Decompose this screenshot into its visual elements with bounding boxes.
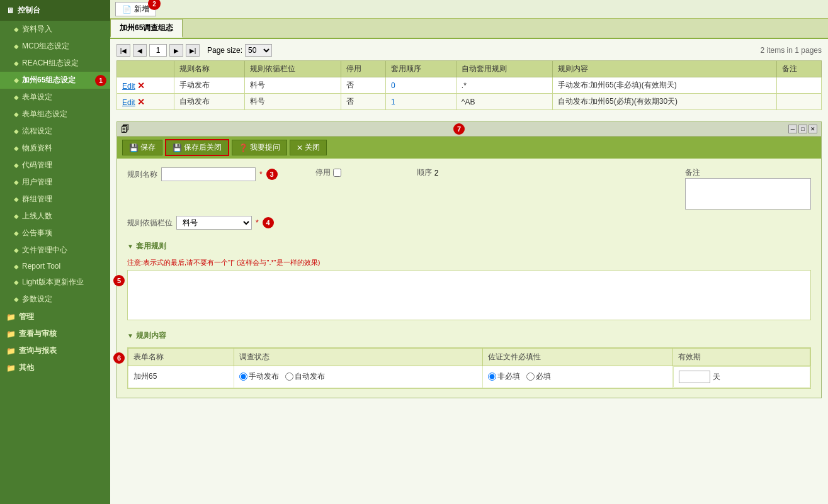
sidebar-item-online-count[interactable]: ◆ 上线人数 <box>0 208 110 225</box>
save-button[interactable]: 💾 保存 <box>122 140 162 155</box>
sidebar-item-label: Light版本更新作业 <box>22 277 84 288</box>
page-number-input[interactable] <box>149 44 167 57</box>
sub-table-header: 表单名称 调查状态 佐证文件必填性 有效期 <box>128 349 810 366</box>
note-label: 备注 <box>685 167 811 178</box>
sidebar-item-light-update[interactable]: ◆ Light版本更新作业 <box>0 274 110 291</box>
page-size-select[interactable]: 50 100 <box>245 44 272 57</box>
sidebar-group-other[interactable]: 📁 其他 <box>0 359 110 376</box>
arrow-icon: ◆ <box>14 213 19 220</box>
save-close-label: 保存后关闭 <box>184 142 222 153</box>
sub-row1-name: 加州65 <box>128 366 234 388</box>
sidebar-item-report-tool[interactable]: ◆ Report Tool <box>0 259 110 274</box>
required-radio-group: 非必填 必填 <box>488 371 667 382</box>
disabled-checkbox[interactable] <box>333 169 341 177</box>
folder-icon: 📁 <box>6 364 16 372</box>
sidebar-item-label: 表单设定 <box>22 92 52 103</box>
sidebar-item-table-config[interactable]: ◆ 表单设定 <box>0 89 110 106</box>
control-panel-icon: 🖥 <box>6 6 14 15</box>
pagination-bar: |◀ ◀ ▶ ▶| Page size: 50 100 2 items in 1… <box>116 44 822 57</box>
new-button[interactable]: 📄 新增 2 <box>115 2 156 16</box>
maximize-btn[interactable]: □ <box>798 125 807 133</box>
first-page-btn[interactable]: |◀ <box>116 44 130 57</box>
sidebar-item-ca65-config[interactable]: ◆ 加州65组态设定 1 <box>0 72 110 89</box>
delete-icon-2[interactable]: ✕ <box>137 97 145 107</box>
arrow-icon: ◆ <box>14 60 19 67</box>
col-name: 规则名称 <box>174 61 245 77</box>
add-icon: 📄 <box>122 5 132 14</box>
sidebar-item-reach-config[interactable]: ◆ REACH组态设定 <box>0 55 110 72</box>
prev-page-btn[interactable]: ◀ <box>133 44 147 57</box>
arrow-icon: ◆ <box>14 179 19 186</box>
sidebar-item-file-center[interactable]: ◆ 文件管理中心 <box>0 242 110 259</box>
last-page-btn[interactable]: ▶| <box>186 44 200 57</box>
save-close-button[interactable]: 💾 保存后关闭 <box>165 139 229 156</box>
arrow-icon: ◆ <box>14 145 19 152</box>
sidebar-item-label: 公告事项 <box>22 228 52 238</box>
required-yes-radio[interactable] <box>526 372 535 381</box>
sidebar-group-query[interactable]: 📁 查询与报表 <box>0 342 110 359</box>
question-button[interactable]: ❓ 我要提问 <box>232 140 287 155</box>
survey-auto-radio[interactable] <box>285 372 293 381</box>
required-star-1: * <box>259 170 263 179</box>
days-input[interactable] <box>679 371 710 383</box>
row1-edit-cell: Edit ✕ <box>117 77 174 94</box>
arrow-icon: ◆ <box>14 77 19 84</box>
sub-col-name: 表单名称 <box>128 349 234 366</box>
edit-link-1[interactable]: Edit <box>122 82 135 91</box>
sidebar-group-audit[interactable]: 📁 查看与审核 <box>0 325 110 342</box>
sidebar-group-admin[interactable]: 📁 管理 <box>0 308 110 325</box>
next-page-btn[interactable]: ▶ <box>169 44 183 57</box>
sidebar-item-table-group[interactable]: ◆ 表单组态设定 <box>0 106 110 123</box>
sidebar-item-user-mgmt[interactable]: ◆ 用户管理 <box>0 174 110 191</box>
delete-icon-1[interactable]: ✕ <box>137 81 145 91</box>
sidebar-item-mcd-config[interactable]: ◆ MCD组态设定 <box>0 38 110 55</box>
required-no-radio[interactable] <box>488 372 496 381</box>
edit-link-2[interactable]: Edit <box>122 98 135 107</box>
row2-field: 料号 <box>245 94 341 110</box>
content-panel: |◀ ◀ ▶ ▶| Page size: 50 100 2 items in 1… <box>110 39 828 504</box>
tab-ca65[interactable]: 加州65调查组态 <box>110 19 183 38</box>
sub-col-required: 佐证文件必填性 <box>482 349 672 366</box>
survey-manual-radio[interactable] <box>239 372 247 381</box>
sidebar-item-label: 资料导入 <box>22 24 52 35</box>
sidebar-header[interactable]: 🖥 控制台 <box>0 0 110 21</box>
field-select[interactable]: 料号 <box>176 216 252 230</box>
arrow-icon: ◆ <box>14 128 19 135</box>
folder-icon: 📁 <box>6 330 16 339</box>
arrow-icon: ◆ <box>14 162 19 169</box>
table-section: |◀ ◀ ▶ ▶| Page size: 50 100 2 items in 1… <box>110 39 828 115</box>
sidebar-item-data-import[interactable]: ◆ 资料导入 <box>0 21 110 38</box>
arrow-icon: ◆ <box>14 230 19 237</box>
rules-text-area[interactable] <box>127 270 811 320</box>
survey-manual-label[interactable]: 手动发布 <box>239 371 279 382</box>
minimize-btn[interactable]: ─ <box>788 125 797 133</box>
required-no-label[interactable]: 非必填 <box>488 371 520 382</box>
table-row: Edit ✕ 自动发布 料号 否 1 ^AB 自动发布:加州65(必填)(有效期… <box>117 94 822 110</box>
required-yes-label[interactable]: 必填 <box>526 371 551 382</box>
sidebar-item-label: REACH组态设定 <box>22 58 79 69</box>
main-content: 📄 新增 2 加州65调查组态 |◀ ◀ ▶ ▶| Page size: 50 … <box>110 0 828 504</box>
sidebar-item-group-mgmt[interactable]: ◆ 群组管理 <box>0 191 110 208</box>
sidebar-item-announcement[interactable]: ◆ 公告事项 <box>0 225 110 242</box>
question-icon: ❓ <box>239 143 248 152</box>
badge-7: 7 <box>453 123 465 135</box>
sidebar-item-label: 流程设定 <box>22 126 52 137</box>
row2-order: 1 <box>385 94 456 110</box>
col-auto-rule: 自动套用规则 <box>456 61 552 77</box>
sidebar-item-material[interactable]: ◆ 物质资料 <box>0 140 110 157</box>
badge-2: 2 <box>148 0 161 10</box>
survey-auto-label[interactable]: 自动发布 <box>285 371 325 382</box>
rule-name-input[interactable] <box>161 167 256 181</box>
row2-disabled: 否 <box>341 94 386 110</box>
row2-content: 自动发布:加州65(必填)(有效期30天) <box>553 94 777 110</box>
row1-field: 料号 <box>245 77 341 94</box>
sidebar-item-param-config[interactable]: ◆ 参数设定 <box>0 291 110 308</box>
close-btn[interactable]: ✕ <box>808 125 817 133</box>
form-toolbar: 💾 保存 💾 保存后关闭 ❓ 我要提问 ✕ 关闭 <box>117 137 821 159</box>
sidebar-item-code-mgmt[interactable]: ◆ 代码管理 <box>0 157 110 174</box>
note-textarea[interactable] <box>685 178 811 210</box>
sidebar-item-label: 加州65组态设定 <box>22 75 76 86</box>
sidebar-item-flow-config[interactable]: ◆ 流程设定 <box>0 123 110 140</box>
sidebar-item-label: MCD组态设定 <box>22 41 69 52</box>
close-form-button[interactable]: ✕ 关闭 <box>290 140 327 155</box>
